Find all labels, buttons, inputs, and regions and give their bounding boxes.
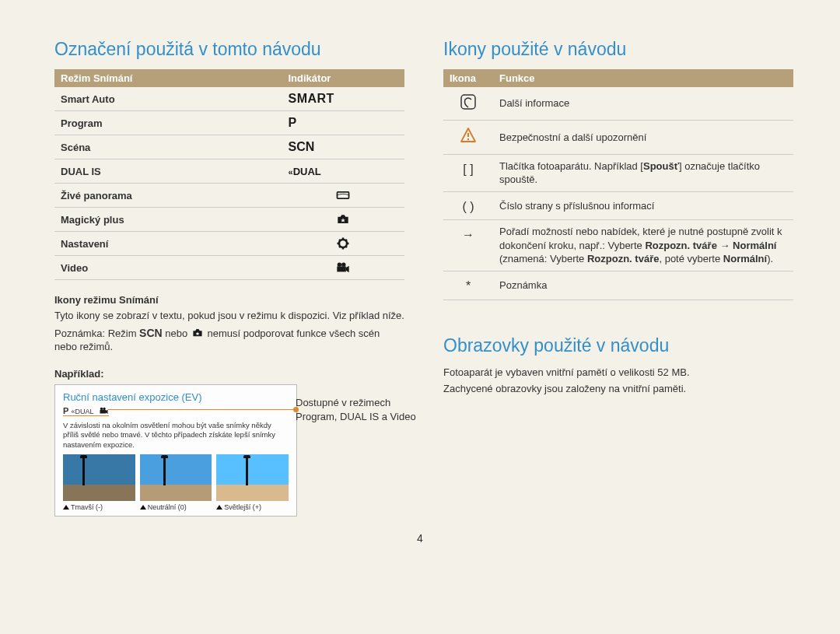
svg-point-22 (467, 138, 469, 140)
svg-rect-15 (338, 266, 347, 271)
section-title-screens: Obrazovky použité v návodu (443, 335, 793, 356)
note-text: Poznámka: Režim SCN nebo nemusí podporov… (54, 326, 404, 354)
thumb-light (216, 454, 289, 501)
caption-neutral: Neutrální (0) (140, 503, 212, 511)
thumb-neutral (140, 454, 212, 501)
cell-func: Tlačítka fotoaparátu. Například [Spoušť]… (493, 154, 793, 191)
table-row: Smart Auto SMART (54, 87, 404, 111)
example-title: Ruční nastavení expozice (EV) (63, 391, 289, 403)
section-title-left: Označení použitá v tomto návodu (54, 39, 404, 60)
caption-dark: Tmavší (-) (63, 503, 135, 511)
table-row: * Poznámka (443, 271, 793, 299)
cell-func: Další informace (493, 87, 793, 121)
svg-point-13 (338, 262, 341, 266)
caption-light: Světlejší (+) (216, 503, 289, 511)
svg-point-17 (100, 408, 103, 411)
example-box: Ruční nastavení expozice (EV) P «DUAL V … (54, 384, 297, 517)
cell-func: Bezpečnostní a další upozornění (493, 121, 793, 154)
thumb-dark (63, 454, 135, 501)
sub-heading-icons-mode: Ikony režimu Snímání (54, 294, 404, 306)
table-row: → Pořadí možností nebo nabídek, které je… (443, 220, 793, 271)
svg-point-14 (341, 262, 345, 266)
cell-func: Číslo strany s příslušnou informací (493, 191, 793, 220)
table-row: DUAL IS «DUAL (54, 159, 404, 184)
th-mode: Režim Snímání (54, 69, 282, 87)
cell-func: Poznámka (493, 271, 793, 299)
table-row: Scéna SCN (54, 135, 404, 159)
icons-table: Ikona Funkce Další informace Bezpečnostn… (443, 69, 793, 300)
icons-mode-text: Tyto ikony se zobrazí v textu, pokud jso… (54, 309, 404, 323)
callout-text: Dostupné v režimech Program, DUAL IS a V… (296, 396, 420, 423)
callout-line (108, 409, 296, 410)
screens-line2: Zachycené obrazovky jsou založeny na vni… (443, 382, 793, 396)
parens-icon: ( ) (443, 191, 493, 220)
page-number: 4 (0, 532, 840, 545)
example-desc: V závislosti na okolním osvětlení mohou … (63, 421, 289, 450)
gear-icon (335, 236, 351, 250)
svg-rect-1 (338, 193, 348, 198)
table-row: Živé panorama (54, 184, 404, 208)
screens-line1: Fotoaparát je vybaven vnitřní pamětí o v… (443, 366, 793, 380)
panorama-icon (335, 188, 351, 202)
svg-rect-19 (100, 410, 106, 414)
svg-line-9 (339, 240, 341, 241)
th-func: Funkce (493, 69, 793, 87)
video-icon (335, 261, 351, 275)
svg-line-11 (346, 240, 348, 241)
table-row: Program P (54, 111, 404, 135)
section-title-icons: Ikony použité v návodu (443, 39, 793, 60)
th-indicator: Indikátor (282, 69, 405, 87)
table-row: Bezpečnostní a další upozornění (443, 121, 793, 154)
info-icon (460, 93, 477, 110)
brackets-icon: [ ] (443, 154, 493, 191)
modes-table: Režim Snímání Indikátor Smart Auto SMART… (54, 69, 404, 280)
svg-line-10 (346, 246, 348, 247)
warning-icon (460, 127, 477, 144)
table-row: ( ) Číslo strany s příslušnou informací (443, 191, 793, 220)
th-icon: Ikona (443, 69, 493, 87)
table-row: Další informace (443, 87, 793, 121)
table-row: Nastavení (54, 232, 404, 256)
table-row: Magický plus (54, 208, 404, 232)
table-row: Video (54, 256, 404, 280)
arrow-icon: → (443, 220, 493, 271)
example-label: Například: (54, 368, 404, 380)
svg-point-4 (341, 242, 345, 245)
magic-icon (191, 328, 205, 338)
table-row: [ ] Tlačítka fotoaparátu. Například [Spo… (443, 154, 793, 191)
svg-point-18 (103, 408, 106, 411)
magic-icon (335, 212, 351, 226)
svg-line-12 (339, 246, 341, 247)
asterisk-icon: * (443, 271, 493, 299)
cell-func: Pořadí možností nebo nabídek, které je n… (493, 220, 793, 271)
example-mode-icons: P «DUAL (63, 406, 109, 416)
